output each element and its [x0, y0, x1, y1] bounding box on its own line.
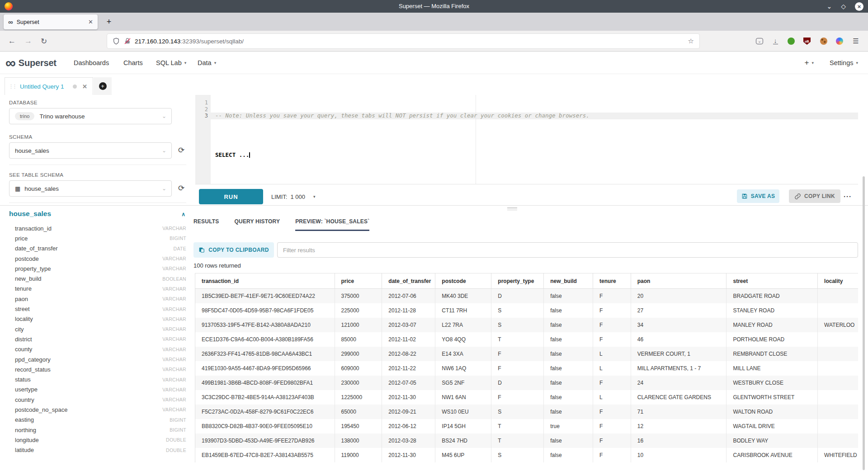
- scrollbar[interactable]: [863, 176, 865, 470]
- schema-column-row: usertypeVARCHAR: [9, 385, 186, 395]
- url-field[interactable]: 217.160.120.143:32393/superset/sqllab/ ☆: [107, 34, 699, 48]
- add-new-button[interactable]: +▾: [805, 52, 814, 74]
- back-icon[interactable]: ←: [8, 31, 16, 52]
- nav-dashboards[interactable]: Dashboards: [74, 52, 109, 74]
- hamburger-menu-icon[interactable]: ☰: [851, 36, 861, 46]
- drag-handle-icon[interactable]: ⋮⋮: [9, 84, 16, 89]
- grid-cell: 71: [631, 405, 726, 419]
- results-tab[interactable]: RESULTS: [193, 218, 219, 231]
- query-state-dot-icon: [73, 85, 77, 89]
- schema-column-row: ppd_categoryVARCHAR: [9, 354, 186, 364]
- grid-cell: 230000: [335, 376, 382, 390]
- shield-permissions-icon[interactable]: [113, 38, 120, 45]
- grid-cell: 138000: [335, 433, 382, 448]
- maximize-icon[interactable]: ◇: [841, 3, 846, 9]
- grid-cell: F: [593, 419, 631, 433]
- database-value: Trino warehouse: [39, 113, 85, 120]
- chevron-down-icon: ⌄: [162, 147, 166, 154]
- copy-link-button[interactable]: COPY LINK: [789, 189, 840, 203]
- minimize-icon[interactable]: ⌄: [826, 3, 832, 9]
- schema-select[interactable]: house_sales ⌄: [9, 142, 172, 159]
- resize-grip-icon[interactable]: [507, 207, 517, 212]
- close-tab-icon[interactable]: ✕: [88, 19, 93, 25]
- cookie-extension-icon[interactable]: [819, 36, 829, 46]
- new-tab-button[interactable]: +: [103, 16, 115, 28]
- grid-cell: WS10 0EU: [435, 405, 491, 419]
- browser-tab-superset[interactable]: ∞ Superset ✕: [4, 14, 98, 29]
- grid-header-property_type[interactable]: property_type: [491, 273, 544, 289]
- query-tab-title[interactable]: Untitled Query 1: [20, 83, 73, 90]
- copy-to-clipboard-button[interactable]: COPY TO CLIPBOARD: [193, 242, 274, 258]
- grid-header-new_build[interactable]: new_build: [544, 273, 593, 289]
- ublock-icon[interactable]: uB: [802, 36, 812, 46]
- chevron-up-icon[interactable]: ∧: [181, 211, 185, 217]
- table-schema-header[interactable]: house_sales ∧: [9, 210, 186, 218]
- reload-icon[interactable]: ↻: [41, 31, 47, 52]
- column-type: VARCHAR: [162, 266, 186, 271]
- column-type: VARCHAR: [162, 377, 186, 382]
- query-tab[interactable]: ⋮⋮ Untitled Query 1 ✕: [5, 77, 93, 95]
- grid-cell: S: [491, 405, 544, 419]
- grid-cell: T: [491, 332, 544, 347]
- refresh-table-icon[interactable]: ⟳: [177, 184, 186, 193]
- grid-cell: F: [593, 448, 631, 462]
- filter-results-input[interactable]: [277, 242, 858, 258]
- insecure-lock-icon[interactable]: [124, 38, 131, 45]
- save-as-button[interactable]: SAVE AS: [737, 189, 779, 203]
- column-name: easting: [15, 416, 34, 423]
- database-select[interactable]: trino Trino warehouse ⌄: [9, 108, 172, 124]
- nav-sql-lab[interactable]: SQL Lab▾: [156, 52, 186, 74]
- close-query-tab-icon[interactable]: ✕: [82, 83, 87, 90]
- refresh-schema-icon[interactable]: ⟳: [177, 146, 186, 155]
- url-host: 217.160.120.143: [135, 38, 180, 45]
- grid-cell: D: [491, 376, 544, 390]
- line-number: 3: [205, 113, 208, 119]
- limit-dropdown[interactable]: LIMIT: 1 000 ▾: [271, 189, 315, 204]
- pane-divider[interactable]: [0, 205, 868, 206]
- link-icon: [794, 193, 801, 200]
- grid-cell: 193907D3-5DBD-453D-A49E-9FEE27DAB926: [195, 433, 335, 448]
- forward-icon[interactable]: →: [24, 31, 32, 52]
- grid-header-paon[interactable]: paon: [631, 273, 726, 289]
- add-query-tab-button[interactable]: +: [94, 77, 112, 95]
- settings-menu[interactable]: Settings▾: [830, 52, 858, 74]
- chevron-down-icon: ⌄: [162, 113, 166, 119]
- close-window-icon[interactable]: ×: [855, 2, 863, 11]
- results-tab[interactable]: QUERY HISTORY: [235, 218, 280, 231]
- run-button[interactable]: RUN: [199, 189, 263, 204]
- results-grid[interactable]: transaction_idpricedate_of_transferpostc…: [195, 273, 858, 471]
- grid-header-locality[interactable]: locality: [818, 273, 858, 289]
- grid-header-tenure[interactable]: tenure: [593, 273, 631, 289]
- editor-code[interactable]: -- Note: Unless you save your query, the…: [215, 99, 858, 172]
- grid-header-price[interactable]: price: [335, 273, 382, 289]
- downloads-icon[interactable]: ↓: [770, 36, 780, 46]
- grid-cell: L: [593, 361, 631, 376]
- pocket-icon[interactable]: ⌄: [755, 36, 764, 46]
- more-options-button[interactable]: ···: [844, 189, 852, 203]
- url-text: 217.160.120.143:32393/superset/sqllab/: [135, 38, 244, 45]
- column-name: price: [15, 235, 28, 242]
- extension-icon[interactable]: [835, 36, 844, 46]
- column-name: street: [15, 306, 30, 312]
- column-type: VARCHAR: [162, 296, 186, 301]
- grid-header-transaction_id[interactable]: transaction_id: [195, 273, 335, 289]
- superset-brand[interactable]: ∞ Superset: [5, 52, 57, 74]
- sql-editor[interactable]: 1 2 3 -- Note: Unless you save your quer…: [195, 95, 858, 184]
- grid-cell: [818, 289, 858, 303]
- column-type: BIGINT: [170, 417, 186, 423]
- nav-charts[interactable]: Charts: [123, 52, 143, 74]
- grid-header-postcode[interactable]: postcode: [435, 273, 491, 289]
- results-tab[interactable]: PREVIEW: `HOUSE_SALES`: [295, 218, 369, 231]
- privacy-badger-icon[interactable]: [786, 36, 796, 46]
- plus-icon: +: [805, 58, 809, 67]
- nav-data[interactable]: Data▾: [198, 52, 216, 74]
- grid-cell: WAGTAIL DRIVE: [726, 419, 818, 433]
- grid-header-street[interactable]: street: [726, 273, 818, 289]
- grid-header-date_of_transfer[interactable]: date_of_transfer: [382, 273, 435, 289]
- bookmark-star-icon[interactable]: ☆: [688, 37, 694, 45]
- superset-navbar: ∞ Superset Dashboards Charts SQL Lab▾ Da…: [0, 52, 868, 74]
- grid-body: 1B5C39ED-BE7F-41EF-9E71-9C60EED74A223750…: [195, 289, 859, 462]
- grid-cell: false: [544, 405, 593, 419]
- column-type: VARCHAR: [162, 397, 186, 402]
- table-select[interactable]: ▦ house_sales ⌄: [9, 180, 172, 197]
